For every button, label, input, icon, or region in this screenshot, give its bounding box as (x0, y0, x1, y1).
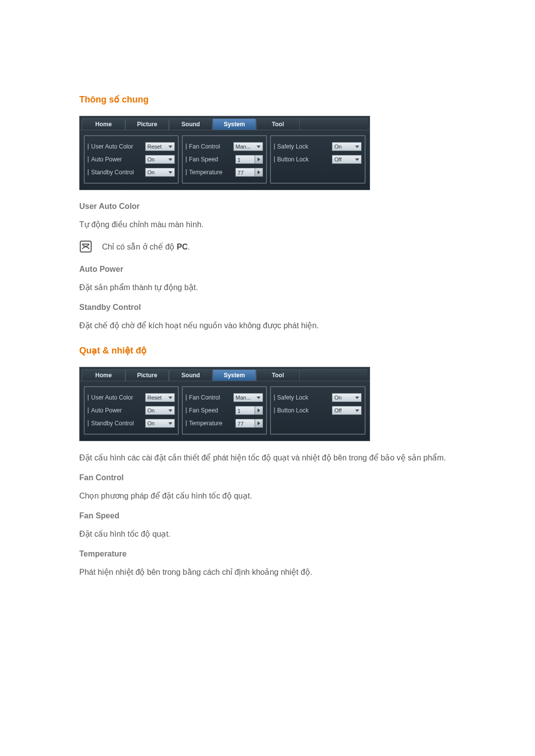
heading-fan-speed: Fan Speed (79, 511, 505, 520)
tab-strip: Home Picture Sound System Tool (80, 116, 370, 130)
select-fan-control[interactable]: Man... (233, 142, 263, 151)
spinner-fan-speed-button[interactable] (255, 406, 263, 415)
settings-panel-general: Home Picture Sound System Tool User Auto… (79, 116, 370, 190)
label-fan-control: Fan Control (186, 394, 220, 401)
label-temperature: Temperature (186, 169, 222, 176)
spinner-temperature-button[interactable] (255, 419, 263, 428)
chevron-down-icon (168, 409, 172, 412)
row-user-auto-color: User Auto Color Reset (88, 141, 175, 152)
row-safety-lock: Safety Lock On (274, 141, 362, 152)
select-user-auto-color[interactable]: Reset (145, 393, 175, 402)
chevron-down-icon (168, 422, 172, 425)
chevron-right-icon (258, 157, 260, 161)
section-title-fan-temp: Quạt & nhiệt độ (79, 345, 505, 356)
select-auto-power-value: On (148, 155, 155, 164)
tab-strip: Home Picture Sound System Tool (80, 367, 370, 381)
select-fan-control-value: Man... (236, 142, 251, 151)
select-button-lock[interactable]: Off (332, 155, 362, 164)
section-title-general: Thông số chung (79, 94, 505, 105)
select-fan-control-value: Man... (236, 393, 251, 402)
spinner-fan-speed-value: 1 (235, 406, 255, 415)
tab-picture[interactable]: Picture (125, 369, 169, 381)
row-auto-power: Auto Power On (88, 154, 175, 165)
row-standby-control: Standby Control On (88, 167, 175, 178)
chevron-down-icon (257, 146, 261, 148)
settings-col-fan: Fan ControlMan... Fan Speed1 Temperature… (182, 386, 267, 435)
label-auto-power: Auto Power (88, 156, 122, 163)
tab-picture[interactable]: Picture (125, 118, 169, 130)
label-safety-lock: Safety Lock (274, 394, 309, 401)
spinner-temperature-button[interactable] (255, 168, 263, 177)
select-user-auto-color-value: Reset (148, 142, 162, 151)
chevron-down-icon (355, 158, 359, 161)
heading-auto-power: Auto Power (79, 265, 505, 274)
chevron-down-icon (355, 397, 359, 399)
select-fan-control[interactable]: Man... (233, 393, 263, 402)
tab-sound[interactable]: Sound (169, 369, 213, 381)
desc-standby-control: Đặt chế độ chờ để kích hoạt nếu nguồn và… (79, 321, 505, 330)
settings-col-lock: Safety LockOn Button LockOff (270, 386, 366, 435)
desc-fan-control: Chọn phương pháp để đặt cấu hình tốc độ … (79, 491, 505, 501)
chevron-down-icon (168, 158, 172, 161)
spinner-fan-speed[interactable]: 1 (235, 155, 263, 164)
chevron-down-icon (168, 171, 172, 174)
row-fan-speed: Fan Speed 1 (186, 154, 263, 165)
tab-home[interactable]: Home (82, 369, 125, 381)
select-standby-control[interactable]: On (145, 168, 175, 177)
label-user-auto-color: User Auto Color (88, 143, 133, 150)
settings-col-lock: Safety Lock On Button Lock Off (270, 135, 366, 184)
select-standby-control[interactable]: On (145, 419, 175, 428)
spinner-fan-speed[interactable]: 1 (235, 406, 263, 415)
chevron-right-icon (258, 408, 260, 412)
select-user-auto-color[interactable]: Reset (145, 142, 175, 151)
select-safety-lock-value: On (334, 142, 342, 151)
settings-panel-fan-temp: Home Picture Sound System Tool User Auto… (79, 367, 370, 441)
desc-auto-power: Đặt sản phẩm thành tự động bật. (79, 283, 505, 292)
settings-col-fan: Fan Control Man... Fan Speed 1 (182, 135, 267, 184)
heading-temperature: Temperature (79, 550, 505, 558)
select-button-lock[interactable]: Off (332, 406, 362, 415)
tab-system[interactable]: System (213, 369, 256, 381)
label-button-lock: Button Lock (274, 156, 309, 163)
chevron-right-icon (258, 421, 260, 425)
label-fan-speed: Fan Speed (186, 156, 218, 163)
select-auto-power[interactable]: On (145, 155, 175, 164)
note-pc-only: Chỉ có sẵn ở chế độ PC. (79, 240, 505, 253)
tab-strip-filler (300, 118, 368, 130)
select-auto-power[interactable]: On (145, 406, 175, 415)
label-user-auto-color: User Auto Color (88, 394, 133, 401)
note-text-prefix: Chỉ có sẵn ở chế độ (102, 243, 177, 251)
note-text: Chỉ có sẵn ở chế độ PC. (102, 242, 190, 252)
select-user-auto-color-value: Reset (148, 393, 162, 402)
tab-sound[interactable]: Sound (169, 118, 213, 130)
select-safety-lock[interactable]: On (332, 142, 362, 151)
label-button-lock: Button Lock (274, 407, 309, 414)
label-fan-speed: Fan Speed (186, 407, 218, 414)
spinner-temperature-value: 77 (235, 419, 255, 428)
note-text-bold: PC (177, 243, 188, 251)
spinner-temperature[interactable]: 77 (235, 168, 263, 177)
chevron-down-icon (168, 146, 172, 148)
spinner-temperature[interactable]: 77 (235, 419, 263, 428)
label-standby-control: Standby Control (88, 169, 134, 176)
select-button-lock-value: Off (334, 406, 341, 415)
tab-home[interactable]: Home (82, 118, 125, 130)
tab-strip-filler (300, 369, 368, 381)
row-fan-control: Fan Control Man... (186, 141, 263, 152)
tab-system[interactable]: System (213, 118, 256, 130)
desc-fan-speed: Đặt cấu hình tốc độ quạt. (79, 529, 505, 539)
tab-tool[interactable]: Tool (256, 369, 300, 381)
heading-standby-control: Standby Control (79, 303, 505, 312)
select-safety-lock[interactable]: On (332, 393, 362, 402)
chevron-down-icon (355, 146, 359, 148)
label-temperature: Temperature (186, 420, 222, 427)
tab-tool[interactable]: Tool (256, 118, 300, 130)
label-standby-control: Standby Control (88, 420, 134, 427)
chevron-down-icon (168, 397, 172, 399)
label-fan-control: Fan Control (186, 143, 220, 150)
chevron-down-icon (355, 409, 359, 412)
heading-user-auto-color: User Auto Color (79, 202, 505, 211)
row-button-lock: Button Lock Off (274, 154, 362, 165)
spinner-fan-speed-button[interactable] (255, 155, 263, 164)
select-button-lock-value: Off (334, 155, 341, 164)
